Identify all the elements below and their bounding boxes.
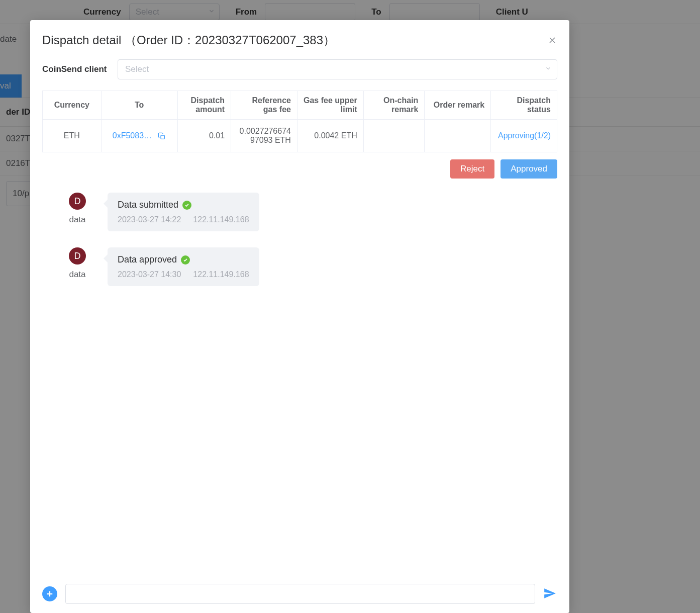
svg-rect-0 <box>161 135 164 139</box>
coinsend-client-placeholder: Select <box>125 64 149 74</box>
timeline-time: 2023-03-27 14:30 <box>118 270 181 279</box>
cell-onchain-remark <box>363 120 425 152</box>
timeline-title: Data approved <box>118 254 177 265</box>
approval-timeline: D data Data submitted 2023-03-27 14:22 1… <box>42 193 557 302</box>
modal-title: Dispatch detail （Order ID：20230327T06200… <box>42 32 335 48</box>
avatar: D <box>69 247 86 265</box>
timeline-time: 2023-03-27 14:22 <box>118 215 181 224</box>
cell-ref-gas-fee: 0.002727667497093 ETH <box>231 120 297 152</box>
th-onchain-remark: On-chain remark <box>363 91 425 120</box>
coinsend-client-label: CoinSend client <box>42 64 108 74</box>
timeline-item: D data Data approved 2023-03-27 14:30 12… <box>42 247 557 286</box>
send-button[interactable] <box>543 587 557 601</box>
dispatch-detail-modal: Dispatch detail （Order ID：20230327T06200… <box>30 20 569 613</box>
approve-button[interactable]: Approved <box>501 159 557 179</box>
cell-dispatch-amount: 0.01 <box>177 120 231 152</box>
th-order-remark: Order remark <box>425 91 491 120</box>
timeline-ip: 122.11.149.168 <box>193 215 249 224</box>
cell-gas-upper: 0.0042 ETH <box>297 120 363 152</box>
dispatch-detail-table: Currency To Dispatch amount Reference ga… <box>42 91 557 152</box>
th-ref-gas-fee: Reference gas fee <box>231 91 297 120</box>
comment-composer <box>42 574 557 604</box>
avatar: D <box>69 193 86 210</box>
cell-to-address[interactable]: 0xF5083… <box>113 131 152 140</box>
timeline-item: D data Data submitted 2023-03-27 14:22 1… <box>42 193 557 231</box>
close-button[interactable] <box>547 35 557 45</box>
timeline-card: Data approved 2023-03-27 14:30 122.11.14… <box>108 247 259 286</box>
th-to: To <box>101 91 177 120</box>
timeline-ip: 122.11.149.168 <box>193 270 249 279</box>
chevron-down-icon <box>545 64 552 74</box>
th-currency: Currency <box>43 91 102 120</box>
th-dispatch-status: Dispatch status <box>491 91 557 120</box>
th-gas-upper: Gas fee upper limit <box>297 91 363 120</box>
add-attachment-button[interactable] <box>42 586 57 601</box>
cell-order-remark <box>425 120 491 152</box>
timeline-user: data <box>69 215 85 225</box>
cell-currency: ETH <box>43 120 102 152</box>
th-dispatch-amount: Dispatch amount <box>177 91 231 120</box>
reject-button[interactable]: Reject <box>450 159 494 179</box>
timeline-card: Data submitted 2023-03-27 14:22 122.11.1… <box>108 193 259 231</box>
table-row: ETH 0xF5083… 0.01 0.002727667497093 ETH … <box>43 120 557 152</box>
check-icon <box>182 201 191 210</box>
copy-icon[interactable] <box>158 132 166 140</box>
cell-dispatch-status[interactable]: Approving(1/2) <box>498 131 551 140</box>
coinsend-client-select[interactable]: Select <box>118 59 557 79</box>
timeline-user: data <box>69 270 85 280</box>
check-icon <box>181 255 190 265</box>
timeline-title: Data submitted <box>118 200 178 210</box>
comment-input[interactable] <box>65 584 535 604</box>
